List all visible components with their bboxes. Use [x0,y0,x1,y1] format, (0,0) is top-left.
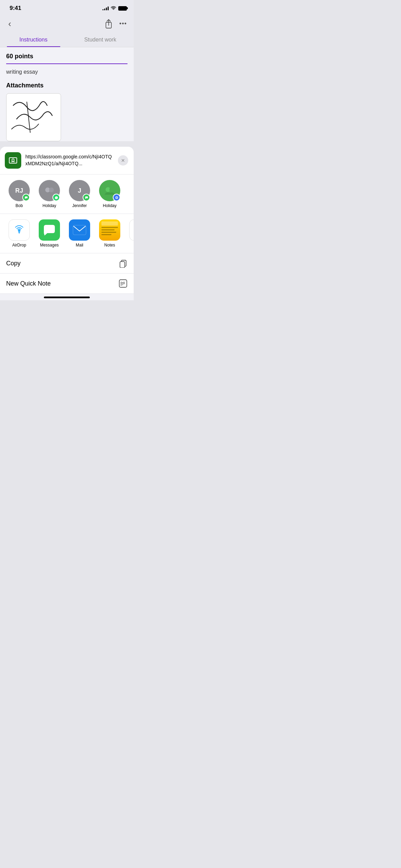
tab-instructions[interactable]: Instructions [0,33,67,47]
close-button[interactable]: ✕ [118,155,128,166]
contacts-row: RJ Bob [0,174,134,214]
new-quick-note-label: New Quick Note [6,280,51,287]
points-label: 60 points [6,53,127,60]
status-bar: 9:41 [0,0,134,14]
messages-icon [39,219,60,241]
svg-point-18 [18,230,21,232]
airdrop-icon [9,219,30,241]
notes-label: Notes [104,243,115,248]
attachments-title: Attachments [6,82,127,89]
content-area: 60 points writing essay Attachments [0,47,134,141]
reminder-icon [129,219,134,241]
share-button[interactable] [105,19,112,29]
contact-avatar-bob: RJ [9,180,30,201]
url-text: https://classroom.google.com/c/NjI4OTQxM… [25,154,114,167]
copy-action[interactable]: Copy [0,253,134,274]
back-button[interactable]: ‹ [5,17,14,31]
contact-name-bob: Bob [15,203,23,208]
url-row: https://classroom.google.com/c/NjI4OTQxM… [0,147,134,174]
classroom-icon [5,152,21,169]
status-time: 9:41 [10,5,21,12]
svg-point-16 [116,197,117,198]
contact-holiday-signal[interactable]: Holiday [95,180,125,208]
signal-icon [102,6,109,10]
status-icons [102,6,127,11]
contact-bob[interactable]: RJ Bob [4,180,34,208]
contact-avatar-jennifer: J [69,180,90,201]
nav-right-actions: ••• [105,19,127,29]
attachment-thumbnail[interactable] [6,93,61,141]
contact-name-holiday-whatsapp: Holiday [42,203,56,208]
contact-holiday-whatsapp[interactable]: Holiday [34,180,64,208]
svg-rect-23 [120,262,125,268]
contact-name-jennifer: Jennifer [72,203,87,208]
quick-note-icon [119,279,127,288]
contact-name-holiday-signal: Holiday [103,203,117,208]
writing-label: writing essay [6,69,127,75]
purple-divider [6,63,127,64]
app-reminder[interactable]: Re... [125,219,134,248]
svg-rect-2 [7,95,61,139]
tab-student-work[interactable]: Student work [67,33,134,47]
copy-icon [119,259,127,268]
contact-avatar-holiday-signal [99,180,120,201]
svg-rect-24 [119,280,127,287]
badge-messages-jennifer [83,194,90,201]
badge-signal-holiday [113,194,120,201]
home-bar [44,297,90,298]
wifi-icon [111,6,116,10]
contact-avatar-holiday-whatsapp [39,180,60,201]
share-sheet: https://classroom.google.com/c/NjI4OTQxM… [0,147,134,294]
apps-row: AirDrop Messages Mail [0,214,134,253]
nav-bar: ‹ ••• [0,14,134,33]
app-mail[interactable]: Mail [64,219,95,248]
tabs-container: Instructions Student work [0,33,134,47]
app-airdrop[interactable]: AirDrop [4,219,34,248]
svg-point-13 [109,187,114,192]
svg-point-9 [49,188,54,192]
app-notes[interactable]: Notes [95,219,125,248]
battery-icon [118,6,127,11]
new-quick-note-action[interactable]: New Quick Note [0,274,134,294]
notes-icon [99,219,120,241]
mail-label: Mail [76,243,83,248]
airdrop-label: AirDrop [12,243,26,248]
svg-rect-20 [73,225,86,235]
home-indicator [0,294,134,300]
contact-jennifer[interactable]: J Jennifer [64,180,95,208]
badge-messages-bob [22,194,30,201]
more-button[interactable]: ••• [119,20,127,27]
messages-label: Messages [40,243,59,248]
badge-whatsapp-holiday [52,194,60,201]
mail-icon [69,219,90,241]
copy-label: Copy [6,260,21,267]
app-messages[interactable]: Messages [34,219,64,248]
